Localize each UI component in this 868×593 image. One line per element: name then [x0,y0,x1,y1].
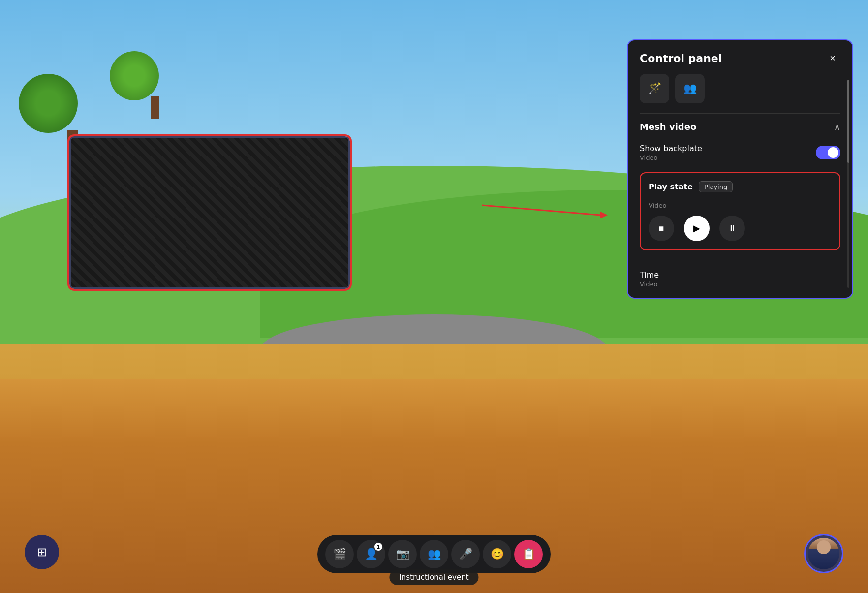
bottom-toolbar: 🎬 👤 1 📷 👥 🎤 😊 📋 [317,535,551,573]
participants-button[interactable]: 👤 1 [357,540,385,568]
screen-share-icon: 📋 [522,548,535,561]
time-label: Time Video [640,270,840,288]
event-badge-label: Instructional event [399,573,468,582]
mic-icon: 🎤 [459,548,472,561]
panel-scrollbar-thumb [847,80,849,163]
magic-wand-button[interactable]: 🪄 [640,74,669,103]
video-screen-container [69,136,350,289]
close-button[interactable]: × [825,50,840,66]
backplate-label: Show backplate Video [640,144,702,161]
chevron-up-icon[interactable]: ∧ [834,122,840,132]
stop-button[interactable]: ■ [649,216,674,241]
play-state-title: Play state [649,182,693,191]
people-icon: 👥 [428,548,441,561]
playing-badge: Playing [699,181,733,192]
backplate-name: Show backplate [640,144,702,153]
panel-title: Control panel [640,52,722,64]
grid-button[interactable]: ⊞ [25,535,59,569]
camera-icon: 📷 [396,548,409,561]
emoji-icon: 😊 [491,548,504,561]
stop-icon: ■ [659,223,664,234]
pause-button[interactable]: ⏸ [719,216,745,241]
show-backplate-row: Show backplate Video [640,140,840,165]
video-screen-highlight [67,134,352,291]
avatar-head [817,540,831,554]
mic-button[interactable]: 🎤 [451,540,480,568]
tree-center-left [130,47,180,119]
screen-share-button[interactable]: 📋 [514,540,543,568]
camera-button[interactable]: 📷 [388,540,417,568]
time-section: Time Video [628,264,852,288]
play-state-header: Play state Playing [649,181,832,192]
play-state-sub: Video [649,200,832,210]
play-state-section: Play state Playing Video ■ ▶ ⏸ [640,172,840,250]
toggle-knob [828,147,838,158]
time-sub: Video [640,281,840,288]
play-icon: ▶ [693,223,700,234]
play-sub-label: Video [649,202,666,209]
time-name: Time [640,270,840,280]
mesh-video-section: Mesh video ∧ Show backplate Video Play s… [628,114,852,264]
event-badge: Instructional event [389,569,478,585]
participants-badge: 1 [374,543,382,551]
mesh-video-header: Mesh video ∧ [640,122,840,132]
avatar [808,538,839,569]
play-button[interactable]: ▶ [684,216,710,241]
scene-button[interactable]: 🎬 [325,540,354,568]
pause-icon: ⏸ [728,223,737,234]
backplate-toggle[interactable] [816,146,840,159]
playback-controls: ■ ▶ ⏸ [649,214,832,241]
group-icon: 👥 [683,82,697,95]
panel-header: Control panel × [628,40,852,74]
magic-wand-icon: 🪄 [648,82,661,95]
panel-scrollbar [847,80,849,288]
grid-icon: ⊞ [37,545,47,559]
emoji-button[interactable]: 😊 [483,540,511,568]
group-button[interactable]: 👥 [675,74,705,103]
panel-icon-row: 🪄 👥 [628,74,852,113]
control-panel: Control panel × 🪄 👥 Mesh video ∧ Show ba… [627,39,853,299]
backplate-sub: Video [640,154,702,161]
people-button[interactable]: 👥 [420,540,448,568]
scene-icon: 🎬 [333,548,346,561]
avatar-button[interactable] [804,534,843,573]
mesh-video-title: Mesh video [640,122,696,132]
